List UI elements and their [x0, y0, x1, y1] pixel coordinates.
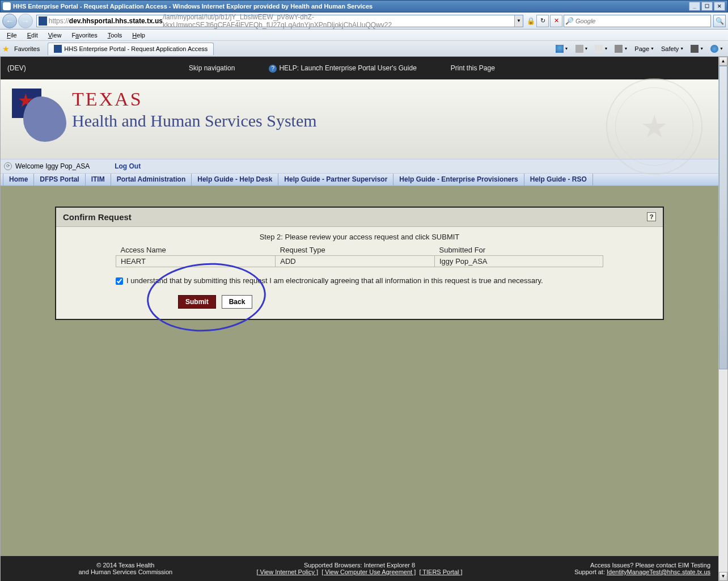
panel-help-button[interactable]: ?: [647, 212, 656, 221]
favorites-star-icon[interactable]: ★: [2, 44, 10, 53]
window-title: HHS Enterprise Portal - Request Applicat…: [13, 3, 373, 10]
tab-favicon: [54, 45, 62, 53]
mail-icon: [595, 45, 603, 53]
help-guide-link[interactable]: HELP: Launch Enterprise Portal User's Gu…: [279, 64, 416, 72]
command-bar: ▼ ▼ ▼ ▼ Page▼ Safety▼ ▼ ▼: [553, 43, 726, 54]
search-go-button[interactable]: 🔍: [713, 15, 726, 27]
browsers-label: Supported Browsers: Internet Explorer 8: [243, 562, 477, 569]
tab-home[interactable]: Home: [3, 174, 34, 186]
tools-button[interactable]: ▼: [688, 43, 706, 54]
minimize-button[interactable]: _: [689, 2, 700, 11]
browser-tab-active[interactable]: HHS Enterprise Portal - Request Applicat…: [48, 43, 214, 55]
copyright-2: and Human Services Commission: [9, 569, 243, 575]
state-seal-icon: [606, 78, 702, 175]
step-text: Step 2: Please review your access reques…: [73, 233, 646, 241]
back-button[interactable]: Back: [222, 295, 253, 309]
confirm-panel: Confirm Request ? Step 2: Please review …: [55, 207, 664, 320]
help-icon: [710, 45, 718, 53]
tab-title: HHS Enterprise Portal - Request Applicat…: [64, 45, 208, 52]
home-icon: [556, 45, 564, 53]
search-input[interactable]: [574, 16, 710, 26]
col-submitted-for: Submitted For: [434, 245, 603, 256]
tab-rso[interactable]: Help Guide - RSO: [524, 174, 593, 186]
refresh-button[interactable]: ↻: [536, 15, 549, 27]
main-area: Confirm Request ? Step 2: Please review …: [1, 186, 718, 556]
safety-menu[interactable]: Safety▼: [659, 43, 686, 54]
menu-help[interactable]: Help: [128, 31, 150, 40]
link-computer-use[interactable]: [ View Computer Use Agreement ]: [321, 569, 416, 575]
menu-view[interactable]: View: [44, 31, 66, 40]
menu-edit[interactable]: Edit: [23, 31, 43, 40]
vertical-scrollbar[interactable]: ▲ ▼: [718, 57, 727, 581]
menu-tools[interactable]: Tools: [103, 31, 127, 40]
print-button[interactable]: ▼: [612, 43, 630, 54]
skip-nav-link[interactable]: Skip navigation: [189, 64, 235, 72]
portal-nav-tabs: Home DFPS Portal ITIM Portal Administrat…: [1, 174, 718, 186]
home-button[interactable]: ▼: [553, 43, 571, 54]
panel-title: Confirm Request: [63, 212, 132, 222]
agree-text: I understand that by submitting this req…: [126, 276, 543, 285]
welcome-text: Welcome Iggy Pop_ASA: [15, 162, 90, 170]
menu-file[interactable]: File: [2, 31, 22, 40]
restore-button[interactable]: ☐: [701, 2, 713, 11]
scroll-up-button[interactable]: ▲: [719, 57, 727, 66]
col-access-name: Access Name: [116, 245, 276, 256]
window-titlebar: HHS Enterprise Portal - Request Applicat…: [0, 0, 728, 12]
cell-request-type: ADD: [276, 256, 435, 267]
feeds-button[interactable]: ▼: [573, 43, 591, 54]
tab-ent-prov[interactable]: Help Guide - Enterprise Provisioners: [393, 174, 524, 186]
logout-link[interactable]: Log Out: [115, 162, 141, 170]
scroll-down-button[interactable]: ▼: [719, 572, 727, 581]
portal-footer: © 2014 Texas Health and Human Services C…: [1, 556, 718, 581]
search-box[interactable]: 🔎: [564, 15, 711, 27]
tools-icon: [691, 45, 699, 53]
url-host: dev.hhsportal.hhs.state.tx.us: [69, 17, 163, 25]
portal-header: TEXAS Health and Human Services System: [1, 79, 718, 159]
logo-text-1: TEXAS: [72, 89, 317, 110]
mail-button[interactable]: ▼: [592, 43, 610, 54]
feed-icon: [575, 45, 583, 53]
menu-favorites[interactable]: Favorites: [67, 31, 101, 40]
copyright-1: © 2014 Texas Health: [9, 562, 243, 569]
forward-button[interactable]: →: [18, 14, 33, 28]
url-scheme: https://: [49, 17, 69, 25]
browser-navbar: ← → https://dev.hhsportal.hhs.state.tx.u…: [0, 12, 728, 30]
favorites-label[interactable]: Favorites: [14, 45, 40, 52]
ie-icon: [3, 2, 11, 10]
help-button[interactable]: ▼: [708, 43, 726, 54]
link-tiers[interactable]: [ TIERS Portal ]: [419, 569, 462, 575]
support-email[interactable]: IdentityManageTest@hhsc.state.tx.us: [607, 569, 710, 575]
request-table: Access Name Request Type Submitted For H…: [116, 245, 603, 267]
print-page-link[interactable]: Print this Page: [451, 64, 495, 72]
menu-bar: File Edit View Favorites Tools Help: [0, 30, 728, 41]
scroll-thumb[interactable]: [719, 66, 727, 369]
tab-portal-admin[interactable]: Portal Administration: [111, 174, 192, 186]
url-path: /iam/myportal/!ut/p/b1/jY_LbsIwEEW_pV8wY…: [163, 13, 514, 29]
tab-dfps[interactable]: DFPS Portal: [34, 174, 85, 186]
tab-itim[interactable]: ITIM: [86, 174, 111, 186]
agree-checkbox[interactable]: [116, 277, 123, 285]
close-button[interactable]: ✕: [714, 2, 725, 11]
viewport: (DEV) Skip navigation ?HELP: Launch Ente…: [0, 57, 728, 581]
back-button[interactable]: ←: [2, 14, 17, 28]
site-icon: [39, 16, 47, 26]
page-menu[interactable]: Page▼: [632, 43, 657, 54]
hhs-logo-icon: [12, 89, 66, 143]
cell-access-name: HEART: [116, 256, 276, 267]
search-provider-icon: 🔎: [564, 17, 574, 25]
address-bar[interactable]: https://dev.hhsportal.hhs.state.tx.us/ia…: [36, 15, 523, 27]
tab-strip: ★ Favorites HHS Enterprise Portal - Requ…: [0, 41, 728, 57]
tab-partner-sup[interactable]: Help Guide - Partner Supervisor: [278, 174, 393, 186]
portal-top-bar: (DEV) Skip navigation ?HELP: Launch Ente…: [1, 57, 718, 79]
logo-text-2: Health and Human Services System: [72, 111, 317, 130]
tab-help-desk[interactable]: Help Guide - Help Desk: [192, 174, 278, 186]
submit-button[interactable]: Submit: [178, 295, 216, 309]
env-label: (DEV): [7, 64, 155, 72]
cell-submitted-for: Iggy Pop_ASA: [434, 256, 603, 267]
help-badge-icon: ?: [269, 65, 277, 73]
link-internet-policy[interactable]: [ View Internet Policy ]: [256, 569, 318, 575]
stop-button[interactable]: ✕: [550, 15, 562, 27]
url-dropdown[interactable]: ▼: [514, 15, 523, 27]
refresh-icon[interactable]: ⟳: [4, 162, 12, 170]
table-row: HEART ADD Iggy Pop_ASA: [116, 256, 603, 267]
